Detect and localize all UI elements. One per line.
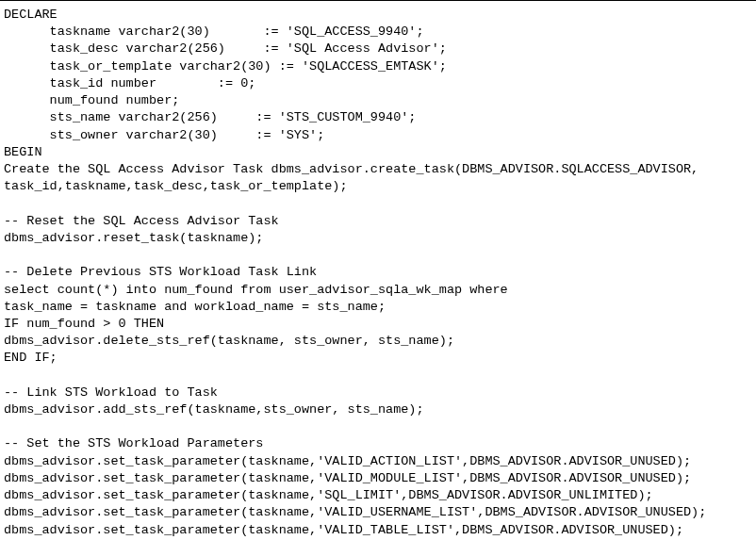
sql-code-block: DECLARE taskname varchar2(30) := 'SQL_AC… (4, 7, 752, 540)
code-page: DECLARE taskname varchar2(30) := 'SQL_AC… (0, 0, 756, 540)
